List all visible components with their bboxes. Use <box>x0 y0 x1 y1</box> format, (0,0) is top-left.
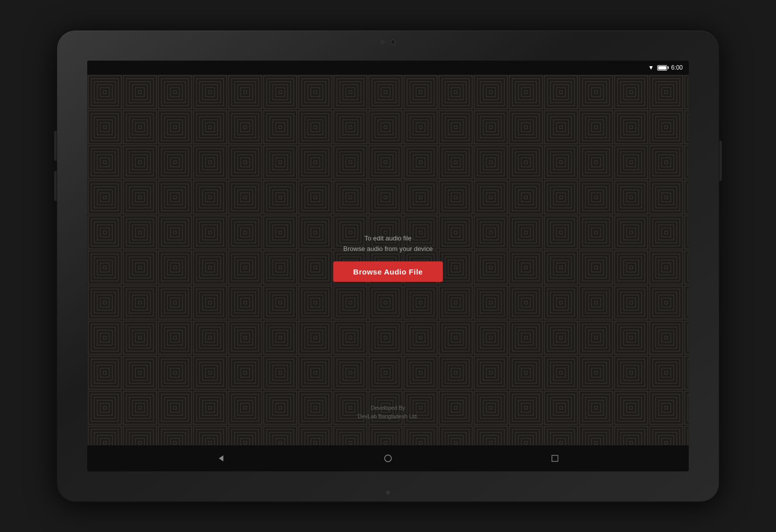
recents-icon <box>551 454 559 462</box>
wifi-icon: ▼ <box>648 64 654 71</box>
nav-bar <box>87 445 689 471</box>
svg-marker-8 <box>219 455 223 461</box>
status-icons: ▼ 6:00 <box>648 64 683 71</box>
battery-icon <box>657 65 667 71</box>
footer-text: Developed By DevLab Bangladesh Ltd. <box>358 404 418 421</box>
svg-rect-10 <box>552 455 558 461</box>
status-bar: ▼ 6:00 <box>87 61 689 75</box>
camera-lens <box>391 40 396 45</box>
home-button[interactable] <box>378 448 398 468</box>
center-content: To edit audio file Browse audio from you… <box>333 233 443 282</box>
bottom-indicator <box>386 490 390 494</box>
camera-dot <box>380 40 384 44</box>
back-button[interactable] <box>211 448 231 468</box>
app-content: To edit audio file Browse audio from you… <box>87 75 689 445</box>
camera-area <box>380 40 396 45</box>
svg-point-9 <box>384 455 392 462</box>
recents-button[interactable] <box>545 448 565 468</box>
back-icon <box>217 454 226 463</box>
home-icon <box>383 454 393 463</box>
instruction-text: To edit audio file Browse audio from you… <box>343 233 433 254</box>
browse-audio-button[interactable]: Browse Audio File <box>333 261 443 282</box>
status-time: 6:00 <box>671 64 683 71</box>
tablet-device: ▼ 6:00 <box>57 31 719 501</box>
screen: ▼ 6:00 <box>87 61 689 471</box>
